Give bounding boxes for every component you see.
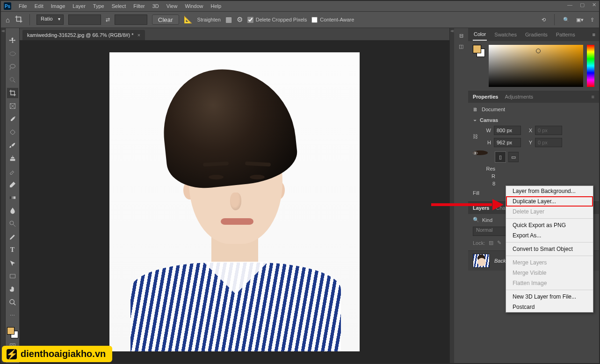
hue-slider[interactable] bbox=[587, 45, 594, 87]
context-item[interactable]: Postcard bbox=[506, 302, 593, 312]
content-aware-checkbox[interactable]: Content-Aware bbox=[311, 17, 354, 23]
rectangle-tool[interactable] bbox=[7, 271, 18, 281]
tools-panel: T ⋯ bbox=[6, 28, 20, 363]
move-tool[interactable] bbox=[7, 36, 18, 46]
menu-3d[interactable]: 3D bbox=[149, 2, 163, 10]
menu-image[interactable]: Image bbox=[47, 2, 69, 10]
history-brush-tool[interactable] bbox=[7, 166, 18, 177]
close-icon[interactable]: ✕ bbox=[592, 2, 596, 8]
crop-tool-icon[interactable] bbox=[14, 15, 23, 24]
panel-icon-2[interactable]: ◫ bbox=[459, 43, 463, 50]
canvas-width-input[interactable] bbox=[494, 126, 521, 135]
gradient-tool[interactable] bbox=[7, 193, 18, 203]
color-field[interactable] bbox=[489, 45, 583, 87]
tab-color[interactable]: Color bbox=[473, 29, 487, 41]
quick-select-tool[interactable] bbox=[7, 75, 18, 85]
maximize-icon[interactable]: ▢ bbox=[580, 2, 585, 8]
healing-tool[interactable] bbox=[7, 127, 18, 137]
menu-edit[interactable]: Edit bbox=[31, 2, 47, 10]
context-item[interactable]: Convert to Smart Object bbox=[506, 244, 593, 254]
context-item[interactable]: Quick Export as PNG bbox=[506, 220, 593, 230]
lasso-tool[interactable] bbox=[7, 62, 18, 72]
document-tab[interactable]: kamiwedding-316252.jpg @ 66.7% (RGB/8#) … bbox=[22, 30, 145, 40]
menu-help[interactable]: Help bbox=[207, 2, 225, 10]
straighten-icon[interactable]: 📐 bbox=[184, 15, 193, 24]
context-item[interactable]: Export As... bbox=[506, 230, 593, 241]
panel-menu-icon[interactable]: ≡ bbox=[593, 32, 599, 37]
swap-dimensions-icon[interactable]: ⇄ bbox=[106, 17, 110, 23]
menu-select[interactable]: Select bbox=[108, 2, 130, 10]
panel-menu-icon[interactable]: ≡ bbox=[592, 94, 594, 100]
tab-patterns[interactable]: Patterns bbox=[555, 29, 576, 40]
context-item[interactable]: Duplicate Layer... bbox=[506, 196, 593, 207]
app-logo: Ps bbox=[4, 2, 11, 10]
hand-tool[interactable] bbox=[7, 284, 18, 294]
svg-rect-3 bbox=[10, 129, 15, 135]
lock-brush-icon[interactable]: ✎ bbox=[497, 240, 501, 246]
minimize-icon[interactable]: — bbox=[567, 2, 572, 8]
panel-icon-1[interactable]: ⊟ bbox=[459, 33, 463, 39]
clear-button[interactable]: Clear bbox=[152, 14, 179, 25]
tab-close-icon[interactable]: × bbox=[137, 32, 140, 38]
tab-adjustments[interactable]: Adjustments bbox=[505, 94, 533, 100]
pen-tool[interactable] bbox=[7, 232, 18, 242]
crop-tool[interactable] bbox=[7, 88, 18, 98]
left-collapse-bar[interactable]: ≪ bbox=[1, 28, 6, 363]
tab-gradients[interactable]: Gradients bbox=[524, 29, 549, 40]
picker-indicator[interactable] bbox=[536, 49, 541, 53]
type-tool[interactable]: T bbox=[7, 245, 18, 255]
grid-overlay-icon[interactable]: ▦ bbox=[225, 15, 232, 24]
visibility-toggle-icon[interactable]: 👁 bbox=[473, 150, 488, 155]
menu-window[interactable]: Window bbox=[181, 2, 207, 10]
brush-tool[interactable] bbox=[7, 140, 18, 150]
more-tools-icon[interactable]: ⋯ bbox=[7, 310, 18, 321]
window-controls: — ▢ ✕ bbox=[567, 2, 596, 8]
crop-height-input[interactable] bbox=[115, 14, 147, 25]
workspace-icon[interactable]: ▣▾ bbox=[576, 17, 584, 23]
marquee-tool[interactable] bbox=[7, 49, 18, 59]
canvas-height-input[interactable] bbox=[494, 138, 521, 147]
menu-filter[interactable]: Filter bbox=[130, 2, 148, 10]
orientation-portrait[interactable]: ▯ bbox=[495, 152, 506, 162]
menu-view[interactable]: View bbox=[163, 2, 181, 10]
clone-stamp-tool[interactable] bbox=[7, 153, 18, 164]
canvas-viewport[interactable] bbox=[20, 40, 449, 363]
frame-tool[interactable] bbox=[7, 101, 18, 111]
mini-swatches[interactable] bbox=[473, 45, 485, 57]
fill-label: Fill bbox=[473, 190, 479, 196]
menu-layer[interactable]: Layer bbox=[69, 2, 89, 10]
canvas-section-header[interactable]: Canvas bbox=[473, 117, 594, 123]
blur-tool[interactable] bbox=[7, 206, 18, 216]
layer-thumbnail[interactable] bbox=[473, 254, 490, 268]
canvas[interactable] bbox=[109, 52, 360, 351]
menu-bar: Ps File Edit Image Layer Type Select Fil… bbox=[1, 1, 599, 11]
filter-icon[interactable]: 🔍 bbox=[473, 217, 479, 223]
crop-width-input[interactable] bbox=[68, 14, 101, 25]
zoom-tool[interactable] bbox=[7, 297, 18, 307]
eyedropper-tool[interactable] bbox=[7, 114, 18, 124]
link-dimensions-icon[interactable]: ⛓ bbox=[473, 134, 478, 139]
context-item[interactable]: New 3D Layer from File... bbox=[506, 292, 593, 302]
blend-mode-select[interactable]: Normal bbox=[473, 227, 510, 236]
undo-icon[interactable]: ⟲ bbox=[542, 17, 546, 23]
path-select-tool[interactable] bbox=[7, 258, 18, 268]
dodge-tool[interactable] bbox=[7, 219, 18, 229]
home-icon[interactable]: ⌂ bbox=[6, 16, 10, 24]
context-item[interactable]: Layer from Background... bbox=[506, 186, 593, 196]
crop-ratio-select[interactable]: Ratio bbox=[36, 14, 64, 25]
share-icon[interactable]: ⇪ bbox=[590, 17, 594, 23]
lock-pixels-icon[interactable]: ▨ bbox=[489, 240, 493, 246]
tab-properties[interactable]: Properties bbox=[473, 94, 498, 100]
menu-file[interactable]: File bbox=[15, 2, 31, 10]
menu-type[interactable]: Type bbox=[89, 2, 108, 10]
crop-settings-icon[interactable]: ⚙ bbox=[237, 15, 243, 24]
delete-cropped-checkbox[interactable]: Delete Cropped Pixels bbox=[247, 17, 307, 23]
tab-swatches[interactable]: Swatches bbox=[493, 29, 518, 40]
foreground-color-swatch[interactable] bbox=[7, 327, 14, 335]
search-icon[interactable]: 🔍 bbox=[563, 17, 570, 23]
mid-collapse-bar[interactable]: ≪ bbox=[449, 28, 454, 363]
eraser-tool[interactable] bbox=[7, 179, 18, 190]
straighten-label: Straighten bbox=[197, 17, 221, 22]
orientation-landscape[interactable]: ▭ bbox=[508, 152, 519, 162]
color-swatches[interactable] bbox=[7, 327, 18, 338]
